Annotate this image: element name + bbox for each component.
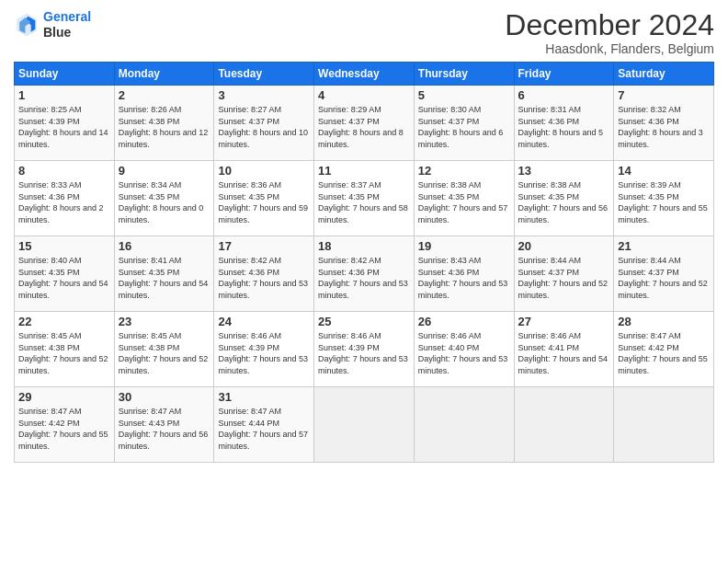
day-number: 4: [318, 88, 410, 102]
calendar-cell: 28 Sunrise: 8:47 AM Sunset: 4:42 PM Dayl…: [614, 312, 714, 387]
calendar-week-row: 22 Sunrise: 8:45 AM Sunset: 4:38 PM Dayl…: [15, 312, 714, 387]
cell-details: Sunrise: 8:30 AM Sunset: 4:37 PM Dayligh…: [418, 104, 510, 150]
day-number: 17: [218, 239, 310, 253]
calendar-cell: 10 Sunrise: 8:36 AM Sunset: 4:35 PM Dayl…: [214, 161, 314, 236]
day-number: 26: [418, 315, 510, 328]
cell-details: Sunrise: 8:27 AM Sunset: 4:37 PM Dayligh…: [218, 104, 310, 150]
day-number: 24: [218, 315, 310, 328]
day-number: 18: [318, 239, 410, 253]
cell-details: Sunrise: 8:40 AM Sunset: 4:35 PM Dayligh…: [18, 255, 110, 301]
day-number: 30: [119, 390, 210, 404]
calendar-cell: 16 Sunrise: 8:41 AM Sunset: 4:35 PM Dayl…: [114, 236, 214, 312]
calendar-cell: 2 Sunrise: 8:26 AM Sunset: 4:38 PM Dayli…: [114, 86, 214, 161]
title-block: December 2024 Haasdonk, Flanders, Belgiu…: [505, 9, 714, 56]
calendar-cell: 25 Sunrise: 8:46 AM Sunset: 4:39 PM Dayl…: [314, 312, 415, 387]
day-number: 1: [18, 88, 110, 102]
calendar-cell: 14 Sunrise: 8:39 AM Sunset: 4:35 PM Dayl…: [614, 161, 714, 236]
calendar-cell: 17 Sunrise: 8:42 AM Sunset: 4:36 PM Dayl…: [214, 236, 314, 312]
col-saturday: Saturday: [614, 63, 714, 86]
calendar-cell: [314, 387, 415, 463]
calendar-cell: 1 Sunrise: 8:25 AM Sunset: 4:39 PM Dayli…: [15, 86, 115, 161]
calendar-cell: [414, 387, 514, 463]
calendar-cell: [614, 387, 714, 463]
day-number: 8: [18, 164, 110, 178]
day-number: 16: [119, 239, 210, 253]
cell-details: Sunrise: 8:44 AM Sunset: 4:37 PM Dayligh…: [518, 255, 610, 301]
cell-details: Sunrise: 8:38 AM Sunset: 4:35 PM Dayligh…: [518, 179, 610, 225]
day-number: 14: [618, 164, 710, 178]
calendar-cell: 22 Sunrise: 8:45 AM Sunset: 4:38 PM Dayl…: [15, 312, 115, 387]
cell-details: Sunrise: 8:32 AM Sunset: 4:36 PM Dayligh…: [618, 104, 710, 150]
cell-details: Sunrise: 8:46 AM Sunset: 4:39 PM Dayligh…: [218, 330, 310, 376]
day-number: 13: [518, 164, 610, 178]
calendar-cell: 15 Sunrise: 8:40 AM Sunset: 4:35 PM Dayl…: [15, 236, 115, 312]
day-number: 27: [518, 315, 610, 328]
calendar-cell: 31 Sunrise: 8:47 AM Sunset: 4:44 PM Dayl…: [214, 387, 314, 463]
cell-details: Sunrise: 8:38 AM Sunset: 4:35 PM Dayligh…: [418, 179, 510, 225]
col-tuesday: Tuesday: [214, 63, 314, 86]
month-title: December 2024: [505, 9, 714, 41]
page-container: General Blue December 2024 Haasdonk, Fla…: [0, 0, 728, 472]
calendar-week-row: 15 Sunrise: 8:40 AM Sunset: 4:35 PM Dayl…: [15, 236, 714, 312]
day-number: 25: [318, 315, 410, 328]
day-number: 9: [119, 164, 210, 178]
cell-details: Sunrise: 8:34 AM Sunset: 4:35 PM Dayligh…: [119, 179, 210, 225]
cell-details: Sunrise: 8:46 AM Sunset: 4:41 PM Dayligh…: [518, 330, 610, 376]
day-number: 6: [518, 88, 610, 102]
day-number: 23: [119, 315, 210, 328]
calendar-cell: 19 Sunrise: 8:43 AM Sunset: 4:36 PM Dayl…: [414, 236, 514, 312]
logo-text: General Blue: [43, 9, 91, 40]
cell-details: Sunrise: 8:26 AM Sunset: 4:38 PM Dayligh…: [119, 104, 210, 150]
col-wednesday: Wednesday: [314, 63, 415, 86]
day-number: 15: [18, 239, 110, 253]
cell-details: Sunrise: 8:42 AM Sunset: 4:36 PM Dayligh…: [318, 255, 410, 301]
calendar-cell: 29 Sunrise: 8:47 AM Sunset: 4:42 PM Dayl…: [15, 387, 115, 463]
cell-details: Sunrise: 8:44 AM Sunset: 4:37 PM Dayligh…: [618, 255, 710, 301]
calendar-cell: 27 Sunrise: 8:46 AM Sunset: 4:41 PM Dayl…: [514, 312, 614, 387]
day-number: 29: [18, 390, 110, 404]
cell-details: Sunrise: 8:47 AM Sunset: 4:44 PM Dayligh…: [218, 406, 310, 452]
calendar-week-row: 1 Sunrise: 8:25 AM Sunset: 4:39 PM Dayli…: [15, 86, 714, 161]
cell-details: Sunrise: 8:29 AM Sunset: 4:37 PM Dayligh…: [318, 104, 410, 150]
calendar-cell: 26 Sunrise: 8:46 AM Sunset: 4:40 PM Dayl…: [414, 312, 514, 387]
logo: General Blue: [14, 9, 91, 40]
calendar-cell: [514, 387, 614, 463]
calendar-cell: 23 Sunrise: 8:45 AM Sunset: 4:38 PM Dayl…: [114, 312, 214, 387]
cell-details: Sunrise: 8:31 AM Sunset: 4:36 PM Dayligh…: [518, 104, 610, 150]
cell-details: Sunrise: 8:46 AM Sunset: 4:40 PM Dayligh…: [418, 330, 510, 376]
col-monday: Monday: [114, 63, 214, 86]
day-number: 3: [218, 88, 310, 102]
cell-details: Sunrise: 8:45 AM Sunset: 4:38 PM Dayligh…: [18, 330, 110, 376]
cell-details: Sunrise: 8:33 AM Sunset: 4:36 PM Dayligh…: [18, 179, 110, 225]
cell-details: Sunrise: 8:25 AM Sunset: 4:39 PM Dayligh…: [18, 104, 110, 150]
calendar-cell: 4 Sunrise: 8:29 AM Sunset: 4:37 PM Dayli…: [314, 86, 415, 161]
day-number: 19: [418, 239, 510, 253]
cell-details: Sunrise: 8:42 AM Sunset: 4:36 PM Dayligh…: [218, 255, 310, 301]
day-number: 20: [518, 239, 610, 253]
col-sunday: Sunday: [15, 63, 115, 86]
day-number: 28: [618, 315, 710, 328]
day-number: 22: [18, 315, 110, 328]
calendar-cell: 30 Sunrise: 8:47 AM Sunset: 4:43 PM Dayl…: [114, 387, 214, 463]
calendar-cell: 13 Sunrise: 8:38 AM Sunset: 4:35 PM Dayl…: [514, 161, 614, 236]
calendar-cell: 24 Sunrise: 8:46 AM Sunset: 4:39 PM Dayl…: [214, 312, 314, 387]
calendar-table: Sunday Monday Tuesday Wednesday Thursday…: [14, 62, 714, 463]
cell-details: Sunrise: 8:47 AM Sunset: 4:42 PM Dayligh…: [18, 406, 110, 452]
location: Haasdonk, Flanders, Belgium: [505, 41, 714, 56]
calendar-week-row: 8 Sunrise: 8:33 AM Sunset: 4:36 PM Dayli…: [15, 161, 714, 236]
day-number: 21: [618, 239, 710, 253]
day-number: 2: [119, 88, 210, 102]
calendar-cell: 7 Sunrise: 8:32 AM Sunset: 4:36 PM Dayli…: [614, 86, 714, 161]
cell-details: Sunrise: 8:46 AM Sunset: 4:39 PM Dayligh…: [318, 330, 410, 376]
cell-details: Sunrise: 8:41 AM Sunset: 4:35 PM Dayligh…: [119, 255, 210, 301]
calendar-cell: 6 Sunrise: 8:31 AM Sunset: 4:36 PM Dayli…: [514, 86, 614, 161]
col-friday: Friday: [514, 63, 614, 86]
calendar-cell: 3 Sunrise: 8:27 AM Sunset: 4:37 PM Dayli…: [214, 86, 314, 161]
calendar-week-row: 29 Sunrise: 8:47 AM Sunset: 4:42 PM Dayl…: [15, 387, 714, 463]
day-number: 7: [618, 88, 710, 102]
day-number: 31: [218, 390, 310, 404]
cell-details: Sunrise: 8:47 AM Sunset: 4:42 PM Dayligh…: [618, 330, 710, 376]
day-number: 5: [418, 88, 510, 102]
day-number: 12: [418, 164, 510, 178]
calendar-cell: 9 Sunrise: 8:34 AM Sunset: 4:35 PM Dayli…: [114, 161, 214, 236]
